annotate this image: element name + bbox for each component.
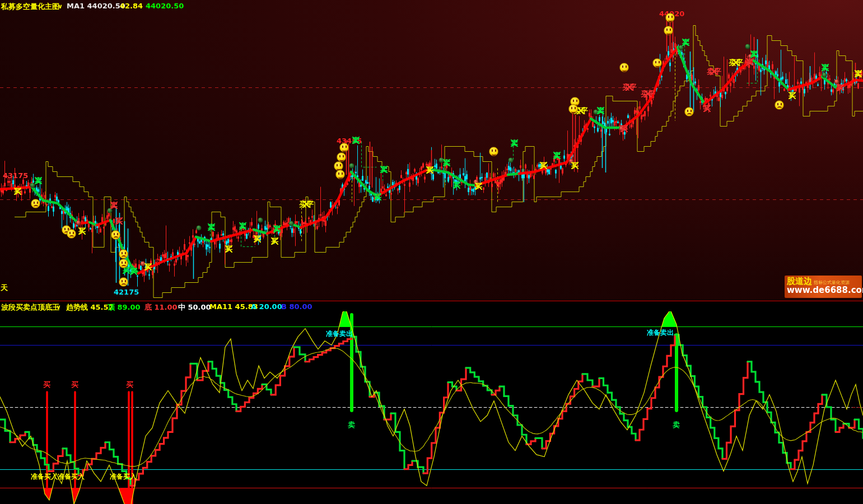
chevron-down-icon[interactable]: ∨ <box>56 304 61 311</box>
value-green: 44020.50 <box>146 2 184 10</box>
chevron-down-icon[interactable]: ∨ <box>58 3 63 10</box>
indicator-value-top: 顶 89.00 <box>108 302 141 312</box>
indicator-value-a: A 20.00 <box>251 302 282 311</box>
watermark-brand: 股道边 <box>787 277 812 286</box>
chart-canvas <box>0 0 863 504</box>
indicator-value-b: B 80.00 <box>281 302 312 311</box>
ma1-value: MA1 44020.50 <box>67 2 125 10</box>
indicator-value-trend: 趋势线 45.57 <box>66 302 114 312</box>
period-label[interactable]: 天 <box>1 283 8 293</box>
main-chart-title[interactable]: 私募多空量化主图 <box>1 2 59 12</box>
indicator-value-mid: 中 50.00 <box>178 302 211 312</box>
value-yellow: 42.84 <box>120 2 143 10</box>
indicator-value-bottom: 底 11.00 <box>144 302 178 312</box>
trading-app-window: 私募多空量化主图 ∨ MA1 44020.50 42.84 44020.50 波… <box>0 0 863 504</box>
watermark-banner: 股道边 指标公式量化资源 www.de6688.com <box>785 276 862 298</box>
indicator-title[interactable]: 波段买卖点顶底王 <box>1 302 59 312</box>
watermark-url: www.de6688.com <box>787 286 860 295</box>
